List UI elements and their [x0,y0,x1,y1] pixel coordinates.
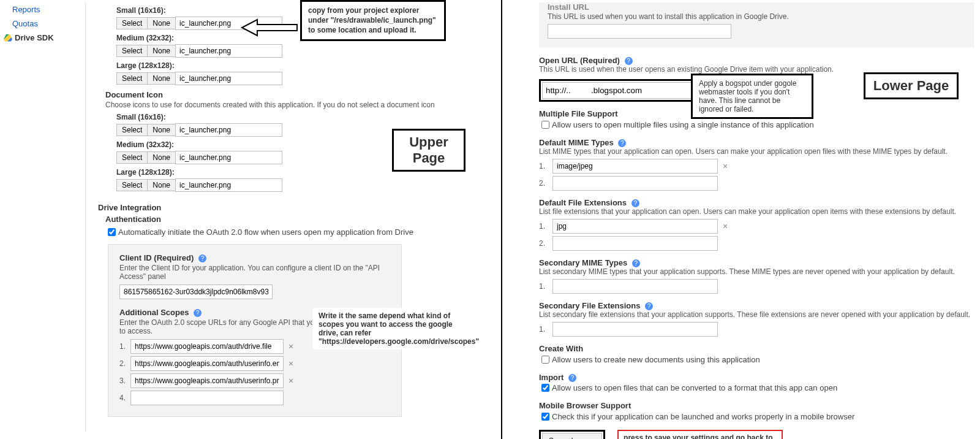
help-icon[interactable]: ? [632,259,640,267]
none-button[interactable]: None [148,151,176,164]
none-button[interactable]: None [148,124,176,136]
import-checkbox[interactable] [541,384,549,392]
install-url-input[interactable] [548,24,731,39]
scope-input-2[interactable] [130,356,284,371]
sext-input-1[interactable] [552,322,718,337]
ext-desc: List file extensions that your applicati… [539,207,974,216]
scope-number: 4. [119,394,130,402]
oauth-auto-checkbox[interactable] [108,228,116,236]
remove-icon[interactable]: × [288,376,293,386]
annotation-save: press to save your settings and go back … [617,430,783,439]
help-icon[interactable]: ? [645,302,653,310]
remove-icon[interactable]: × [288,342,293,351]
sidebar-item-label: Drive SDK [15,33,54,42]
scope-number: 3. [119,376,130,385]
sidebar-item-reports[interactable]: Reports [0,2,85,17]
import-head: Import [539,373,564,382]
annotation-bogspot: Apply a bogspot under gogole webmaster t… [691,74,813,119]
annotation-lower-page: Lower Page [864,72,959,99]
scope-input-1[interactable] [130,339,284,354]
medium-icon-row: Select None [116,44,495,58]
select-button[interactable]: Select [116,72,148,85]
large-icon-field[interactable] [175,72,282,85]
drive-integration-head: Drive Integration [98,203,495,212]
client-id-label: Client ID (Required) [119,253,194,262]
drive-icon [4,34,12,42]
doc-medium-field[interactable] [175,151,282,164]
sidebar-item-drive-sdk[interactable]: Drive SDK [0,31,85,45]
scope-row: 3. × [119,373,390,388]
doc-large-field[interactable] [175,178,282,192]
create-head: Create With [539,344,974,353]
oauth-auto-label: Automatically initiate the OAuth 2.0 flo… [118,227,413,237]
mime-head: Default MIME Types [539,138,614,147]
mobile-label: Check this if your application can be la… [552,412,854,421]
help-icon[interactable]: ? [625,57,633,65]
open-url-input[interactable] [542,82,695,99]
help-icon[interactable]: ? [568,374,576,382]
select-button[interactable]: Select [116,179,148,191]
none-button[interactable]: None [148,179,176,191]
select-button[interactable]: Select [116,151,148,164]
mobile-checkbox[interactable] [541,413,549,421]
scope-row: 2. × [119,356,390,371]
sidebar: Reports Quotas Drive SDK [0,2,86,432]
list-number: 1. [539,162,552,170]
doc-large-row: Select None [116,178,495,192]
save-button[interactable]: Save changes [542,433,602,439]
ext-head: Default File Extensions [539,198,627,207]
remove-icon[interactable]: × [723,221,728,231]
doc-small-label: Small (16x16): [116,113,492,121]
help-icon[interactable]: ? [631,199,639,207]
select-button[interactable]: Select [116,45,148,57]
doc-small-field[interactable] [175,123,282,137]
sidebar-item-quotas[interactable]: Quotas [0,17,85,31]
mime-input-2[interactable] [552,176,718,191]
client-id-desc: Enter the Client ID for your application… [119,264,390,281]
multifile-checkbox[interactable] [541,121,549,129]
annotation-scopes: Write it the same depend what kind of sc… [312,308,472,349]
install-url-head: Install URL [548,2,965,12]
list-number: 1. [539,325,552,334]
sext-desc: List secondary file extensions that your… [539,310,974,319]
scope-row: 4. [119,391,390,405]
none-button[interactable]: None [148,45,176,57]
import-label: Allow users to open files that can be co… [552,383,837,392]
list-number: 1. [539,282,552,291]
ext-input-1[interactable] [552,219,718,234]
create-label: Allow users to create new documents usin… [552,355,760,364]
list-number: 1. [539,222,552,231]
help-icon[interactable]: ? [194,309,202,317]
document-icon-desc: Choose icons to use for documents create… [105,101,495,109]
list-number: 2. [539,239,552,248]
none-button[interactable]: None [148,72,176,85]
main-content: Small (16x16): Select None Medium (32x32… [98,6,495,417]
scope-input-4[interactable] [130,391,284,405]
annotation-upper-page: Upper Page [392,129,466,172]
large-label: Large (128x128): [116,61,492,70]
mime-input-1[interactable] [552,159,718,174]
remove-icon[interactable]: × [723,161,728,171]
select-button[interactable]: Select [116,124,148,136]
open-url-head: Open URL (Required) [539,56,620,65]
none-button[interactable]: None [148,17,176,29]
smime-desc: List secondary MIME types that your appl… [539,267,974,276]
document-icon-head: Document Icon [105,90,495,99]
medium-icon-field[interactable] [175,44,282,58]
remove-icon[interactable]: × [288,359,293,368]
list-number: 2. [539,179,552,188]
scope-input-3[interactable] [130,373,284,388]
scope-number: 1. [119,342,130,351]
smime-input-1[interactable] [552,279,718,294]
help-icon[interactable]: ? [618,139,626,147]
smime-head: Secondary MIME Types [539,258,627,267]
select-button[interactable]: Select [116,17,148,29]
client-id-input[interactable] [119,284,273,299]
multifile-label: Allow users to open multiple files using… [552,120,814,129]
scope-number: 2. [119,359,130,368]
create-checkbox[interactable] [541,356,549,364]
ext-input-2[interactable] [552,236,718,251]
mime-desc: List MIME types that your application ca… [539,147,974,156]
install-url-desc: This URL is used when you want to instal… [548,12,965,21]
help-icon[interactable]: ? [198,254,206,262]
